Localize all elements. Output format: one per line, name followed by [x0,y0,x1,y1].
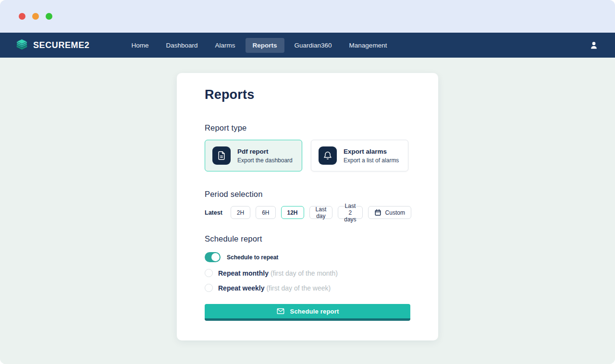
repeat-weekly-hint: (first day of the week) [266,284,331,292]
layers-logo-icon [15,39,28,52]
toggle-knob [211,253,220,261]
bell-icon [319,146,337,165]
report-type-options: Pdf report Export the dashboard Export a… [205,140,410,171]
window-close-button[interactable] [19,13,25,20]
nav-item-dashboard[interactable]: Dashboard [159,38,205,53]
report-type-pdf-title: Pdf report [237,148,293,155]
navbar: SECUREME2 Home Dashboard Alarms Reports … [0,33,615,58]
latest-label: Latest [205,209,222,216]
report-type-alarms-subtitle: Export a list of alarms [344,157,399,164]
main-nav: Home Dashboard Alarms Reports Guardian36… [124,38,394,53]
app-window: SECUREME2 Home Dashboard Alarms Reports … [0,0,615,364]
document-icon [212,146,231,165]
schedule-report-label: Schedule report [205,234,410,243]
schedule-report-button[interactable]: Schedule report [205,304,410,321]
window-minimize-button[interactable] [32,13,39,20]
nav-item-alarms[interactable]: Alarms [208,38,243,53]
report-type-pdf-card[interactable]: Pdf report Export the dashboard [205,140,302,171]
calendar-icon [374,209,381,216]
nav-item-reports[interactable]: Reports [246,38,284,53]
report-type-pdf-subtitle: Export the dashboard [237,157,293,164]
user-menu-button[interactable] [589,40,599,50]
report-type-alarms-card[interactable]: Export alarms Export a list of alarms [311,140,408,171]
repeat-weekly-radio[interactable] [205,284,213,292]
period-button-2h[interactable]: 2H [231,206,250,219]
period-selection-label: Period selection [205,190,410,199]
repeat-monthly-label: Repeat monthly [218,269,269,277]
period-button-12h[interactable]: 12H [281,206,304,219]
brand-logo[interactable]: SECUREME2 [15,39,89,52]
window-titlebar [0,0,615,33]
report-type-label: Report type [205,123,410,133]
repeat-monthly-radio[interactable] [205,269,213,277]
schedule-toggle-row: Schedule to repeat [205,252,410,262]
reports-card: Reports Report type Pdf report Export th… [177,73,438,340]
page-background: Reports Report type Pdf report Export th… [0,58,615,364]
nav-item-home[interactable]: Home [124,38,156,53]
page-title: Reports [205,87,410,102]
period-button-last-2-days[interactable]: Last 2 days [338,206,362,219]
brand-name: SECUREME2 [33,40,89,50]
user-icon [589,40,599,50]
envelope-icon [276,307,285,315]
repeat-weekly-label: Repeat weekly [218,284,265,292]
window-zoom-button[interactable] [46,13,52,20]
nav-item-guardian360[interactable]: Guardian360 [287,38,339,53]
repeat-monthly-hint: (first day of the month) [271,269,338,277]
schedule-repeat-toggle[interactable] [205,252,221,262]
nav-item-management[interactable]: Management [342,38,394,53]
report-type-alarms-title: Export alarms [344,148,399,155]
period-selector: Latest 2H 6H 12H Last day Last 2 days Cu… [205,206,410,219]
period-button-custom[interactable]: Custom [368,206,411,219]
schedule-toggle-label: Schedule to repeat [227,254,278,261]
period-button-6h[interactable]: 6H [256,206,275,219]
repeat-monthly-option[interactable]: Repeat monthly (first day of the month) [205,269,410,277]
period-button-last-day[interactable]: Last day [309,206,333,219]
schedule-report-button-label: Schedule report [290,308,339,315]
repeat-weekly-option[interactable]: Repeat weekly (first day of the week) [205,284,410,292]
